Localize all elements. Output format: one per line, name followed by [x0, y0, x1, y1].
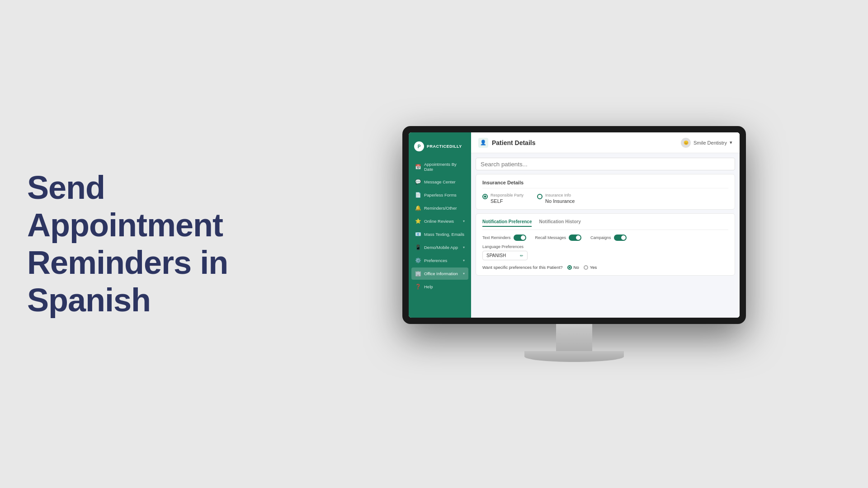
monitor-wrapper: P PRACTICEDILLY 📅 Appointments By Date 💬…: [280, 117, 868, 371]
insurance-info-item: Insurance Info No Insurance: [537, 193, 575, 204]
pref-option-yes[interactable]: Yes: [584, 265, 597, 270]
patient-details-icon: 👤: [478, 138, 488, 148]
sidebar-item-message-center[interactable]: 💬 Message Center: [411, 176, 468, 188]
toggle-thumb-recall-messages: [576, 235, 580, 240]
sidebar-item-mass-texting[interactable]: 📧 Mass Texting, Emails: [411, 228, 468, 240]
nav-label-paperless-forms: Paperless Forms: [424, 192, 457, 197]
content-area: Insurance Details Responsible Party SELF: [471, 153, 740, 318]
sidebar-item-preferences[interactable]: ⚙️ Preferences ▾: [411, 254, 468, 267]
sidebar-nav: 📅 Appointments By Date 💬 Message Center …: [409, 159, 471, 293]
pref-radio-yes[interactable]: [584, 265, 588, 270]
nav-icon-message-center: 💬: [415, 179, 421, 185]
monitor-screen: P PRACTICEDILLY 📅 Appointments By Date 💬…: [409, 132, 740, 318]
insurance-info-label: Insurance Info: [545, 193, 575, 197]
nav-label-online-reviews: Online Reviews: [424, 219, 454, 224]
hero-panel: Send Appointment Reminders in Spanish: [0, 133, 280, 355]
tab-notification-history[interactable]: Notification History: [539, 219, 580, 227]
sidebar-item-appointments[interactable]: 📅 Appointments By Date: [411, 159, 468, 175]
nav-icon-reminders: 🔔: [415, 205, 421, 211]
insurance-info-value: No Insurance: [545, 198, 575, 204]
nav-label-help: Help: [424, 284, 433, 289]
responsible-party-item: Responsible Party SELF: [482, 193, 524, 204]
sidebar-logo: P PRACTICEDILLY: [409, 138, 471, 159]
nav-icon-paperless-forms: 📄: [415, 192, 421, 198]
sidebar: P PRACTICEDILLY 📅 Appointments By Date 💬…: [409, 132, 471, 318]
language-section: Language Preferences SPANISH ✏: [482, 244, 728, 260]
insurance-section-title: Insurance Details: [482, 180, 728, 188]
specific-pref-row: Want specific preferences for this Patie…: [482, 265, 728, 270]
monitor: P PRACTICEDILLY 📅 Appointments By Date 💬…: [402, 126, 746, 362]
toggle-recall-messages[interactable]: [569, 235, 581, 241]
nav-chevron-office-information: ▾: [463, 272, 465, 276]
responsible-party-value: SELF: [491, 198, 524, 204]
sidebar-item-reminders[interactable]: 🔔 Reminders/Other: [411, 202, 468, 214]
page-title: Patient Details: [492, 139, 535, 146]
nav-label-office-information: Office Information: [424, 271, 458, 276]
toggle-label-campaigns: Campaigns: [590, 235, 611, 240]
nav-label-message-center: Message Center: [424, 179, 456, 184]
nav-label-demo-app: Demo/Mobile App: [424, 245, 458, 250]
pref-radio-group: No Yes: [567, 265, 597, 270]
sidebar-item-paperless-forms[interactable]: 📄 Paperless Forms: [411, 189, 468, 201]
app-header: 👤 Patient Details 😊 Smile Dentistry ▾: [471, 132, 740, 153]
responsible-party-label: Responsible Party: [491, 193, 524, 197]
clinic-chevron: ▾: [730, 140, 732, 145]
search-input[interactable]: [476, 158, 735, 170]
language-selector[interactable]: SPANISH ✏: [482, 251, 528, 260]
insurance-info-radio[interactable]: [537, 194, 542, 199]
toggle-item-recall-messages: Recall Messages: [535, 235, 582, 241]
nav-icon-office-information: 🏢: [415, 271, 421, 277]
specific-pref-question: Want specific preferences for this Patie…: [482, 265, 563, 270]
language-edit-icon[interactable]: ✏: [520, 253, 524, 258]
clinic-name: Smile Dentistry: [693, 140, 727, 145]
language-value: SPANISH: [486, 253, 517, 258]
responsible-party-radio[interactable]: [482, 194, 488, 199]
insurance-card: Insurance Details Responsible Party SELF: [476, 174, 735, 210]
toggle-track-campaigns: [614, 235, 627, 241]
toggle-thumb-campaigns: [621, 235, 626, 240]
header-right[interactable]: 😊 Smile Dentistry ▾: [681, 138, 732, 148]
toggle-item-text-reminders: Text Reminders: [482, 235, 526, 241]
logo-icon: P: [414, 141, 424, 151]
notification-card: Notification Preference Notification His…: [476, 213, 735, 276]
nav-chevron-preferences: ▾: [463, 258, 465, 263]
toggle-row: Text Reminders Recall Messages Campaigns: [482, 235, 728, 241]
toggle-track-recall-messages: [569, 235, 581, 241]
nav-icon-online-reviews: ⭐: [415, 218, 421, 224]
nav-icon-help: ❓: [415, 284, 421, 290]
toggle-track-text-reminders: [514, 235, 526, 241]
main-content: 👤 Patient Details 😊 Smile Dentistry ▾: [471, 132, 740, 318]
toggle-campaigns[interactable]: [614, 235, 627, 241]
notification-tabs: Notification Preference Notification His…: [482, 219, 728, 230]
sidebar-item-demo-app[interactable]: 📱 Demo/Mobile App ▾: [411, 241, 468, 253]
monitor-bezel: P PRACTICEDILLY 📅 Appointments By Date 💬…: [402, 126, 746, 324]
monitor-stand-base: [524, 351, 624, 362]
logo-text: PRACTICEDILLY: [427, 144, 462, 149]
nav-label-appointments: Appointments By Date: [424, 162, 465, 172]
nav-icon-appointments: 📅: [415, 164, 421, 170]
pref-option-no[interactable]: No: [567, 265, 579, 270]
toggle-label-recall-messages: Recall Messages: [535, 235, 566, 240]
header-title-group: 👤 Patient Details: [478, 138, 535, 148]
nav-label-preferences: Preferences: [424, 258, 447, 263]
nav-icon-demo-app: 📱: [415, 244, 421, 250]
nav-chevron-demo-app: ▾: [463, 245, 465, 249]
tab-notification-preference[interactable]: Notification Preference: [482, 219, 532, 227]
pref-radio-no[interactable]: [567, 265, 572, 270]
nav-label-reminders: Reminders/Other: [424, 206, 457, 211]
sidebar-item-help[interactable]: ❓ Help: [411, 281, 468, 293]
sidebar-item-office-information[interactable]: 🏢 Office Information ▾: [411, 267, 468, 280]
sidebar-item-online-reviews[interactable]: ⭐ Online Reviews ▾: [411, 215, 468, 227]
nav-icon-mass-texting: 📧: [415, 231, 421, 237]
toggle-label-text-reminders: Text Reminders: [482, 235, 511, 240]
nav-icon-preferences: ⚙️: [415, 258, 421, 263]
toggle-item-campaigns: Campaigns: [590, 235, 627, 241]
toggle-text-reminders[interactable]: [514, 235, 526, 241]
language-label: Language Preferences: [482, 244, 728, 249]
nav-label-mass-texting: Mass Texting, Emails: [424, 232, 464, 237]
hero-text: Send Appointment Reminders in Spanish: [27, 169, 253, 319]
nav-chevron-online-reviews: ▾: [463, 219, 465, 223]
avatar: 😊: [681, 138, 691, 148]
toggle-thumb-text-reminders: [521, 235, 525, 240]
insurance-row: Responsible Party SELF Insurance Info No…: [482, 193, 728, 204]
